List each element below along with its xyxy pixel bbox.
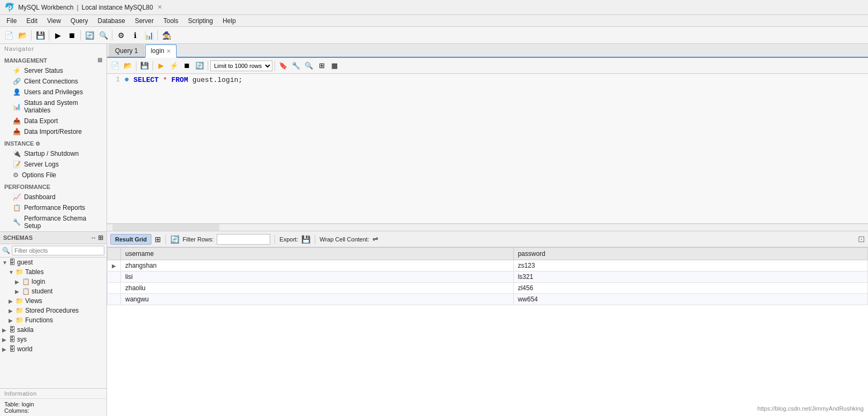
sidebar-options-file[interactable]: ⚙ Options File <box>0 170 106 180</box>
sidebar-status-variables[interactable]: 📊 Status and System Variables <box>0 97 106 116</box>
q-btn-run-line[interactable]: ⚡ <box>168 60 180 72</box>
filter-rows-input[interactable] <box>217 234 270 245</box>
toolbar-new-file[interactable]: 📄 <box>2 29 15 42</box>
q-btn-stop[interactable]: ⏹ <box>181 60 193 72</box>
toolbar-open[interactable]: 📂 <box>16 29 29 42</box>
menu-edit[interactable]: Edit <box>22 16 42 26</box>
sys-arrow[interactable]: ▶ <box>2 337 7 343</box>
schema-world[interactable]: ▶ 🗄 world <box>0 344 106 354</box>
toolbar-info[interactable]: ℹ <box>128 29 141 42</box>
q-btn-bookmark[interactable]: 🔖 <box>277 60 289 72</box>
result-grid-tab[interactable]: Result Grid <box>110 234 151 245</box>
schemas-icon1[interactable]: ↔ <box>90 234 97 241</box>
schema-guest-table-login[interactable]: ▶ 📋 login <box>0 277 106 286</box>
app-icon: 🐬 <box>4 2 15 12</box>
menu-database[interactable]: Database <box>94 16 130 26</box>
sidebar-users-privileges[interactable]: 👤 Users and Privileges <box>0 87 106 97</box>
schema-guest-stored-procedures[interactable]: ▶ 📁 Stored Procedures <box>0 306 106 315</box>
menu-scripting[interactable]: Scripting <box>184 16 217 26</box>
menu-server[interactable]: Server <box>131 16 158 26</box>
col-header-password[interactable]: password <box>513 248 867 260</box>
export-icon[interactable]: 💾 <box>301 235 310 244</box>
schema-guest-views[interactable]: ▶ 📁 Views <box>0 296 106 306</box>
sidebar-client-connections[interactable]: 🔗 Client Connections <box>0 76 106 87</box>
schemas-icon2[interactable]: ⊞ <box>98 234 103 241</box>
world-arrow[interactable]: ▶ <box>2 346 7 352</box>
tab-login-close[interactable]: ✕ <box>166 48 171 54</box>
table-row[interactable]: zhaoliuzl456 <box>108 283 868 294</box>
sakila-arrow[interactable]: ▶ <box>2 327 7 333</box>
q-btn-run[interactable]: ▶ <box>155 60 167 72</box>
horizontal-scrollbar[interactable] <box>107 224 868 231</box>
tab-query1[interactable]: Query 1 <box>109 44 144 57</box>
q-btn-new[interactable]: 📄 <box>109 60 121 72</box>
sql-editor[interactable]: 1 ● SELECT * FROM guest.login; <box>107 74 868 224</box>
q-btn-search[interactable]: 🔍 <box>303 60 315 72</box>
result-grid-icon1[interactable]: ⊞ <box>155 235 161 244</box>
info-table-label: Table: login <box>4 401 102 407</box>
schema-filter-input[interactable] <box>12 246 104 255</box>
management-expand-icon[interactable]: ⊞ <box>97 57 102 64</box>
filter-rows-label: Filter Rows: <box>182 236 214 243</box>
sidebar-performance-schema-setup[interactable]: 🔧 Performance Schema Setup <box>0 213 106 231</box>
login-arrow[interactable]: ▶ <box>15 279 20 285</box>
wrap-icon[interactable]: ⇌ <box>372 235 378 243</box>
menu-help[interactable]: Help <box>218 16 240 26</box>
sidebar-dashboard[interactable]: 📈 Dashboard <box>0 192 106 202</box>
toolbar-run[interactable]: ▶ <box>51 29 64 42</box>
schema-guest-functions[interactable]: ▶ 📁 Functions <box>0 315 106 325</box>
toolbar-wizard[interactable]: 🧙 <box>160 29 173 42</box>
wrap-label: Wrap Cell Content: <box>319 236 369 243</box>
tables-arrow[interactable]: ▼ <box>9 269 14 275</box>
table-row[interactable]: wangwuww654 <box>108 294 868 305</box>
sidebar-data-import[interactable]: 📥 Data Import/Restore <box>0 126 106 137</box>
table-row[interactable]: lisils321 <box>108 271 868 283</box>
q-btn-grid[interactable]: ▦ <box>329 60 340 72</box>
results-area: Result Grid ⊞ 🔄 Filter Rows: Export: 💾 W… <box>107 231 868 416</box>
func-label: Functions <box>25 316 53 324</box>
schema-guest[interactable]: ▼ 🗄 guest <box>0 258 106 267</box>
toolbar-stop[interactable]: ⏹ <box>65 29 78 42</box>
limit-select[interactable]: Limit to 1000 rows <box>210 60 272 71</box>
toolbar-settings[interactable]: ⚙ <box>115 29 127 42</box>
toolbar-refresh[interactable]: 🔄 <box>83 29 96 42</box>
sidebar-server-logs[interactable]: 📝 Server Logs <box>0 159 106 170</box>
toolbar-inspect[interactable]: 🔍 <box>97 29 110 42</box>
q-btn-refresh[interactable]: 🔄 <box>194 60 205 72</box>
result-table-container[interactable]: username password ▶zhangshanzs123lisils3… <box>107 247 868 416</box>
schema-sys[interactable]: ▶ 🗄 sys <box>0 335 106 344</box>
schema-sakila[interactable]: ▶ 🗄 sakila <box>0 325 106 335</box>
q-btn-toggle[interactable]: ⊞ <box>316 60 328 72</box>
schema-guest-table-student[interactable]: ▶ 📋 student <box>0 286 106 296</box>
schema-guest-tables[interactable]: ▼ 📁 Tables <box>0 267 106 277</box>
sp-arrow[interactable]: ▶ <box>9 308 14 314</box>
q-btn-format[interactable]: 🔧 <box>290 60 302 72</box>
sidebar-data-export[interactable]: 📤 Data Export <box>0 116 106 126</box>
toolbar-sep4 <box>112 30 112 41</box>
menu-query[interactable]: Query <box>66 16 93 26</box>
info-columns-label: Columns: <box>4 407 102 414</box>
result-expand-icon[interactable]: ⊡ <box>858 234 865 244</box>
views-label: Views <box>25 297 42 305</box>
col-header-username[interactable]: username <box>121 248 514 260</box>
result-sep2 <box>275 235 275 244</box>
guest-arrow[interactable]: ▼ <box>2 260 7 266</box>
toolbar-sep1 <box>31 30 32 41</box>
instance-tab[interactable]: Local instance MySQL80 <box>82 4 153 11</box>
menu-file[interactable]: File <box>2 16 21 26</box>
instance-tab-close[interactable]: ✕ <box>157 4 162 11</box>
menu-view[interactable]: View <box>43 16 65 26</box>
func-arrow[interactable]: ▶ <box>9 317 14 323</box>
tab-login[interactable]: login ✕ <box>145 44 177 58</box>
q-btn-save[interactable]: 💾 <box>139 60 150 72</box>
views-arrow[interactable]: ▶ <box>9 298 14 304</box>
sidebar-startup-shutdown[interactable]: 🔌 Startup / Shutdown <box>0 148 106 159</box>
menu-tools[interactable]: Tools <box>159 16 182 26</box>
sidebar-performance-reports[interactable]: 📋 Performance Reports <box>0 202 106 213</box>
toolbar-extra[interactable]: 📊 <box>142 29 155 42</box>
student-arrow[interactable]: ▶ <box>15 289 20 294</box>
toolbar-save[interactable]: 💾 <box>34 29 47 42</box>
q-btn-open[interactable]: 📂 <box>122 60 134 72</box>
sidebar-server-status[interactable]: ⚡ Server Status <box>0 65 106 76</box>
table-row[interactable]: ▶zhangshanzs123 <box>108 260 868 271</box>
